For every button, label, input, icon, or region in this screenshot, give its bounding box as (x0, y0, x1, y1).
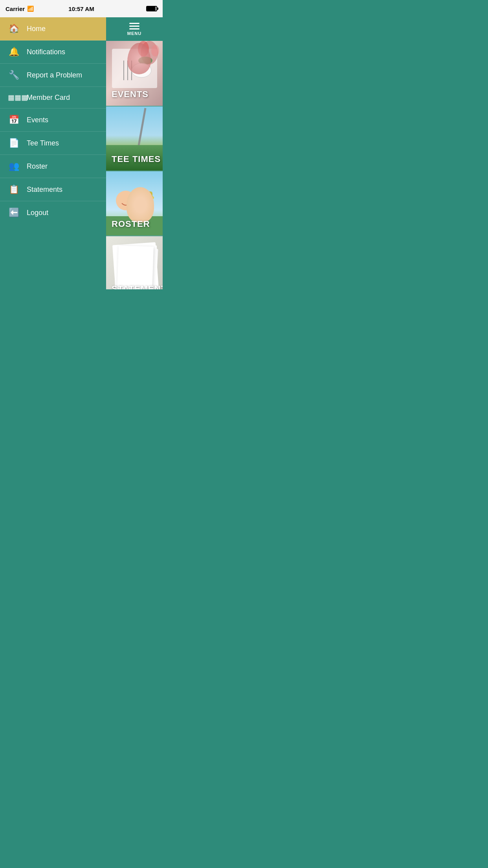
document-icon: 📄 (8, 138, 20, 148)
calendar-icon: 📅 (8, 115, 20, 125)
roster-tile-label: ROSTER (112, 219, 150, 229)
status-time: 10:57 AM (68, 6, 94, 12)
hamburger-line-2 (129, 26, 139, 27)
status-left: Carrier 📶 (6, 6, 34, 12)
home-icon: 🏠 (8, 24, 20, 34)
battery-icon (146, 6, 157, 11)
hamburger-line-1 (129, 23, 139, 24)
sidebar-item-member-card[interactable]: ▦▦▦ Member Card (0, 87, 106, 108)
events-label: Events (27, 116, 48, 124)
hamburger-icon (129, 23, 139, 29)
svg-rect-21 (112, 242, 159, 289)
statements-tile-label: STATEMENTS (112, 284, 163, 289)
status-bar: Carrier 📶 10:57 AM (0, 0, 163, 17)
svg-point-4 (151, 45, 159, 57)
sidebar-item-report[interactable]: 🔧 Report a Problem (0, 64, 106, 87)
sidebar-item-events[interactable]: 📅 Events (0, 108, 106, 132)
tee-times-tile-label: TEE TIMES (112, 154, 161, 164)
tiles-container: EVENTS (106, 41, 163, 289)
wrench-icon: 🔧 (8, 70, 20, 80)
wifi-icon: 📶 (27, 6, 34, 12)
tile-statements[interactable]: Charge Amount Paid $0.00 Charge $0.00 Am… (106, 235, 163, 289)
sidebar-item-tee-times[interactable]: 📄 Tee Times (0, 132, 106, 155)
svg-rect-22 (115, 247, 158, 289)
notifications-label: Notifications (27, 48, 65, 56)
content-header[interactable]: MENU (106, 17, 163, 41)
hamburger-line-3 (129, 28, 139, 29)
bell-icon: 🔔 (8, 47, 20, 57)
tile-events[interactable]: EVENTS (106, 41, 163, 106)
svg-point-17 (137, 195, 154, 201)
member-card-label: Member Card (27, 94, 70, 102)
svg-point-9 (132, 63, 151, 77)
carrier-text: Carrier (6, 6, 25, 12)
logout-label: Logout (27, 209, 48, 217)
svg-text:Charge: Charge (120, 264, 130, 267)
statements-svg-art: Charge Amount Paid $0.00 Charge $0.00 Am… (106, 236, 163, 289)
statements-label: Statements (27, 186, 62, 194)
roster-label: Roster (27, 162, 48, 171)
battery-fill (147, 7, 156, 11)
tile-roster[interactable]: ROSTER (106, 171, 163, 235)
svg-text:Amount Paid: Amount Paid (134, 266, 150, 269)
menu-button-label: MENU (127, 31, 141, 36)
home-label: Home (27, 25, 46, 33)
events-tile-label: EVENTS (112, 89, 149, 99)
sidebar-item-logout[interactable]: ⬅️ Logout (0, 201, 106, 224)
sidebar-item-statements[interactable]: 📋 Statements (0, 178, 106, 201)
logout-icon: ⬅️ (8, 208, 20, 218)
svg-point-19 (138, 195, 153, 211)
sidebar-item-home[interactable]: 🏠 Home (0, 17, 106, 40)
svg-rect-23 (114, 245, 158, 289)
app-container: 🏠 Home 🔔 Notifications 🔧 Report a Proble… (0, 17, 163, 289)
sidebar-item-notifications[interactable]: 🔔 Notifications (0, 40, 106, 64)
sidebar: 🏠 Home 🔔 Notifications 🔧 Report a Proble… (0, 17, 106, 289)
barcode-icon: ▦▦▦ (8, 93, 20, 102)
report-label: Report a Problem (27, 71, 82, 79)
svg-text:$0.00: $0.00 (134, 271, 143, 274)
svg-text:Amount Paid: Amount Paid (138, 255, 153, 258)
svg-point-16 (116, 191, 136, 210)
statements-bg: Charge Amount Paid $0.00 Charge $0.00 Am… (106, 236, 163, 289)
svg-point-5 (138, 57, 152, 64)
svg-text:$0.00: $0.00 (120, 268, 127, 271)
svg-text:$0.00: $0.00 (138, 260, 146, 263)
svg-text:Charge: Charge (120, 257, 130, 260)
tee-times-label: Tee Times (27, 139, 59, 147)
content-panel: MENU (106, 17, 163, 289)
tile-tee-times[interactable]: TEE TIMES (106, 106, 163, 171)
svg-rect-18 (138, 191, 152, 199)
statements-icon: 📋 (8, 184, 20, 195)
people-icon: 👥 (8, 161, 20, 171)
status-right (146, 6, 157, 11)
sidebar-item-roster[interactable]: 👥 Roster (0, 155, 106, 178)
svg-point-3 (138, 41, 149, 57)
